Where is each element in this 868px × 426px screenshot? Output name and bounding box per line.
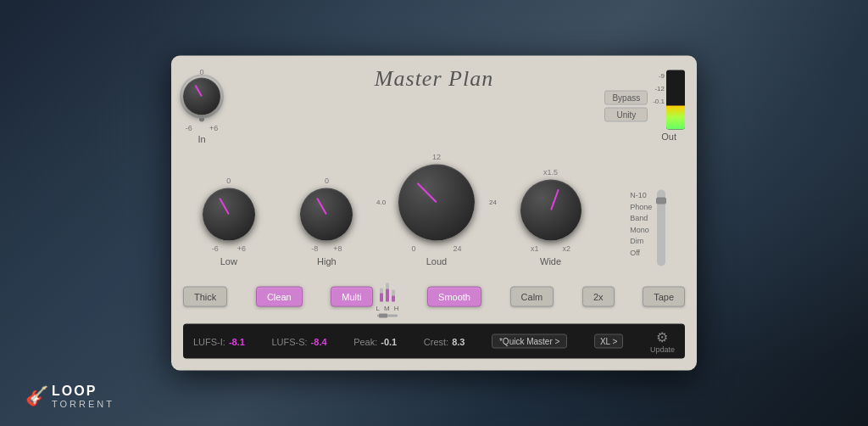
loud-scale-min: 0	[411, 244, 415, 253]
mode-slider[interactable]	[657, 190, 665, 266]
high-knob-group: 0 -8 +8 High	[300, 177, 353, 266]
slider-h[interactable]	[392, 290, 395, 302]
out-section: -9 -12 -0.1 Out	[653, 70, 685, 142]
clean-button[interactable]: Clean	[256, 287, 303, 307]
low-scale-min: -6	[212, 244, 219, 253]
gear-icon: ⚙	[656, 329, 668, 345]
header-right: Bypass Unity -9 -12 -0.1 Out	[604, 70, 685, 142]
multi-sliders-group: L M H	[376, 277, 399, 317]
multi-group: Multi L M H	[331, 277, 398, 317]
slider-l-fill	[380, 294, 383, 302]
main-knobs-section: 0 -6 +6 Low 0 -8 +8 High 12	[183, 153, 685, 266]
out-meter-bar	[666, 70, 685, 130]
calm-button[interactable]: Calm	[510, 287, 554, 307]
multi-button[interactable]: Multi	[331, 287, 372, 307]
in-scale-max: +6	[209, 124, 218, 132]
crest-value: 8.3	[452, 336, 465, 346]
multi-mini-slider[interactable]	[377, 315, 398, 317]
in-outer-ring	[183, 78, 220, 115]
mode-slider-handle	[656, 198, 666, 205]
wide-label: Wide	[540, 256, 561, 266]
in-knob-group: 0 -6 +6 In	[183, 68, 220, 144]
tape-button[interactable]: Tape	[643, 287, 685, 307]
low-knob[interactable]	[203, 188, 255, 241]
multi-mini-handle	[379, 314, 387, 318]
header-left: 0 -6 +6 In	[183, 68, 220, 144]
in-label: In	[198, 134, 205, 144]
logo-icon: 🎸	[25, 385, 48, 407]
low-scale-top: 0	[226, 177, 231, 185]
mode-list: N-10 Phone Band Mono Dim Off	[630, 190, 652, 259]
loud-scale-max: 24	[453, 244, 461, 253]
peak-value: -0.1	[381, 336, 397, 346]
loud-knob[interactable]	[398, 165, 475, 241]
low-scale-max: +6	[237, 244, 246, 253]
high-scale-top: 0	[325, 177, 329, 185]
crest-item: Crest: 8.3	[424, 336, 465, 346]
out-meter-fill	[666, 106, 685, 130]
low-label: Low	[220, 256, 237, 266]
lufs-s-label: LUFS-S:	[271, 336, 307, 346]
logo-group: 🎸 LOOP TORRENT	[25, 384, 114, 409]
logo-loop: LOOP	[52, 384, 114, 399]
lufs-i-item: LUFS-I: -8.1	[193, 336, 245, 346]
plugin-header: 0 -6 +6 In Master Plan Bypass Unity	[183, 68, 685, 144]
wide-scale-top: x1.5	[543, 168, 558, 177]
slider-h-fill	[392, 296, 395, 302]
in-scale-min: -6	[186, 124, 192, 132]
loud-knob-group: 12 4.0 24 0 24 Loud	[398, 153, 475, 266]
slider-m-fill	[386, 289, 389, 301]
loud-scale-top: 12	[432, 153, 441, 161]
quick-master-button[interactable]: *Quick Master >	[492, 334, 567, 349]
mode-section: N-10 Phone Band Mono Dim Off	[626, 190, 665, 266]
peak-item: Peak: -0.1	[353, 336, 397, 346]
slider-m[interactable]	[386, 283, 389, 302]
multi-sliders	[380, 277, 395, 302]
crest-label: Crest:	[424, 336, 448, 346]
low-knob-group: 0 -6 +6 Low	[203, 177, 255, 266]
wide-scale-min: x1	[531, 244, 539, 253]
buttons-row: Thick Clean Multi L	[183, 277, 685, 317]
two-x-button[interactable]: 2x	[582, 287, 615, 307]
bypass-button[interactable]: Bypass	[604, 90, 648, 104]
loud-scale-right: 24	[489, 199, 497, 206]
wide-scale-max: x2	[563, 244, 571, 253]
high-label: High	[317, 256, 337, 266]
logo-text: LOOP TORRENT	[52, 384, 114, 409]
plugin-window: 0 -6 +6 In Master Plan Bypass Unity	[171, 56, 697, 371]
lufs-s-value: -8.4	[311, 336, 327, 346]
loud-label: Loud	[426, 256, 447, 266]
lufs-i-value: -8.1	[229, 336, 245, 346]
update-label: Update	[650, 345, 675, 354]
high-scale-max: +8	[333, 244, 342, 253]
wide-knob[interactable]	[520, 180, 581, 241]
peak-label: Peak:	[353, 336, 377, 346]
out-label: Out	[661, 132, 676, 142]
in-knob[interactable]	[183, 78, 220, 115]
lufs-i-label: LUFS-I:	[193, 336, 225, 346]
high-knob[interactable]	[300, 188, 353, 241]
thick-button[interactable]: Thick	[183, 287, 227, 307]
update-group[interactable]: ⚙ Update	[650, 329, 675, 354]
status-bar: LUFS-I: -8.1 LUFS-S: -8.4 Peak: -0.1 Cre…	[183, 324, 685, 359]
loud-scale-left: 4.0	[376, 199, 386, 206]
high-scale-min: -8	[311, 244, 318, 253]
logo-torrent: TORRENT	[52, 399, 114, 409]
xl-button[interactable]: XL >	[594, 334, 623, 349]
unity-button[interactable]: Unity	[604, 107, 648, 121]
wide-knob-group: x1.5 x1 x2 Wide	[520, 168, 581, 266]
lufs-s-item: LUFS-S: -8.4	[271, 336, 326, 346]
slider-l[interactable]	[380, 289, 383, 302]
lmh-label: L M H	[376, 305, 399, 312]
out-scale: -9 -12 -0.1	[653, 70, 665, 105]
plugin-title: Master Plan	[375, 66, 493, 92]
smooth-button[interactable]: Smooth	[427, 287, 481, 307]
